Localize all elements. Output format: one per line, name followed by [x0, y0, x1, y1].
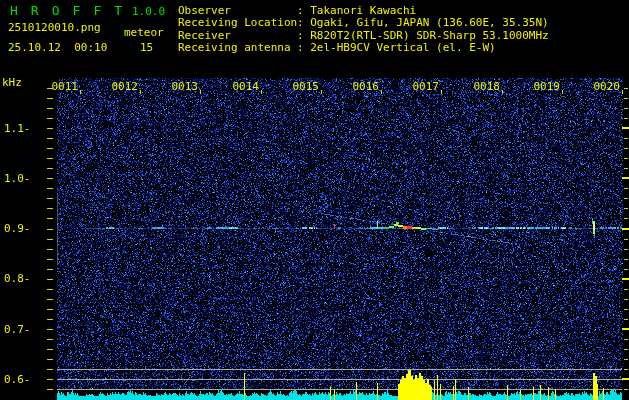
- freq-tick-label-0.6: 0.6-: [4, 373, 31, 386]
- time-tick-label-0019: 0019: [532, 80, 560, 93]
- time-tick-label-0016: 0016: [351, 80, 379, 93]
- time-tick-label-0015: 0015: [291, 80, 319, 93]
- time-tick-label-0012: 0012: [110, 80, 138, 93]
- app-title: H R O F F T: [10, 3, 125, 18]
- mode-label: meteor: [124, 26, 164, 39]
- time-tick-label-0014: 0014: [231, 80, 259, 93]
- freq-tick-label-0.9: 0.9-: [4, 222, 31, 235]
- spectrogram-canvas: [0, 0, 629, 400]
- time-tick-label-0011: 0011: [50, 80, 78, 93]
- freq-tick-label-0.7: 0.7-: [4, 323, 31, 336]
- time-tick-label-0017: 0017: [411, 80, 439, 93]
- y-axis-unit-label: kHz: [2, 76, 22, 89]
- output-filename: 2510120010.png: [8, 21, 101, 34]
- freq-tick-label-1: 1.0-: [4, 172, 31, 185]
- time-tick-label-0013: 0013: [170, 80, 198, 93]
- separator: :: [297, 42, 310, 54]
- antenna-label: Receiving antenna: [178, 42, 297, 54]
- observation-datetime: 25.10.12 00:10: [8, 41, 107, 54]
- hrofft-screen: H R O F F T 1.0.0 2510120010.png meteor …: [0, 0, 629, 400]
- freq-tick-label-0.8: 0.8-: [4, 272, 31, 285]
- freq-tick-label-1.1: 1.1-: [4, 122, 31, 135]
- echo-count: 15: [140, 41, 153, 54]
- antenna-value: 2el-HB9CV Vertical (el. E-W): [310, 42, 495, 54]
- time-tick-label-0020: 0020: [592, 80, 620, 93]
- station-info: Observer: Takanori Kawachi Receiving Loc…: [178, 5, 549, 55]
- app-version: 1.0.0: [132, 5, 165, 18]
- time-tick-label-0018: 0018: [472, 80, 500, 93]
- info-row-antenna: Receiving antenna: 2el-HB9CV Vertical (e…: [178, 42, 549, 54]
